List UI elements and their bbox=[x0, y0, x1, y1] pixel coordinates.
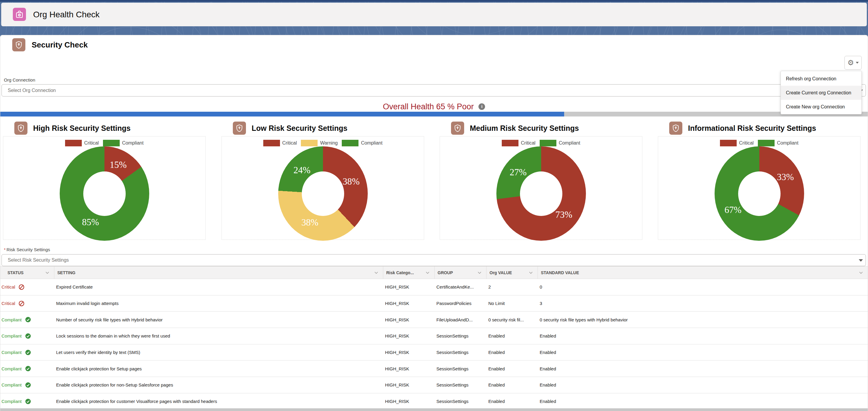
chart-legend: CriticalCompliant bbox=[658, 140, 860, 146]
menu-item[interactable]: Create Current org Connection bbox=[781, 86, 862, 100]
risk-panels: High Risk Security Settings CriticalComp… bbox=[0, 121, 868, 240]
column-label: STATUS bbox=[7, 270, 24, 275]
standard-value-cell: 0 security risk file types with Hybrid b… bbox=[537, 317, 868, 322]
check-icon bbox=[25, 399, 31, 405]
group-cell: SessionSettings bbox=[434, 350, 486, 355]
slice-label: 33% bbox=[777, 172, 794, 182]
slice-label: 73% bbox=[556, 209, 572, 220]
column-label: STANDARD VALUE bbox=[541, 270, 579, 275]
standard-value-cell: 0 bbox=[537, 284, 868, 289]
status-text: Critical bbox=[1, 301, 15, 306]
shield-icon bbox=[233, 122, 246, 135]
slice-label: 38% bbox=[343, 176, 360, 187]
menu-item[interactable]: Refresh org Connection bbox=[781, 72, 862, 86]
setting-cell: Enable clickjack protection for Setup pa… bbox=[54, 366, 383, 371]
select-arrow-icon bbox=[859, 259, 863, 262]
risk-settings-select[interactable]: Select Risk Security Settings bbox=[1, 254, 866, 266]
risk-panel: Medium Risk Security Settings CriticalCo… bbox=[440, 121, 642, 240]
shield-icon bbox=[14, 122, 27, 135]
org-value-cell: 0 security risk fil... bbox=[486, 317, 537, 322]
panel-title: High Risk Security Settings bbox=[33, 121, 130, 135]
chart-legend: CriticalWarningCompliant bbox=[222, 140, 424, 146]
donut: 15%85% bbox=[60, 146, 149, 241]
standard-value-cell: Enabled bbox=[537, 366, 868, 371]
risk-category-cell: HIGH_RISK bbox=[383, 350, 434, 355]
org-connection-select[interactable]: Select Org Connection bbox=[1, 84, 866, 96]
setting-cell: Enable clickjack protection for customer… bbox=[54, 399, 383, 404]
table-row[interactable]: Compliant Let users verify their identit… bbox=[0, 344, 868, 361]
donut: 38%38%24% bbox=[278, 146, 368, 241]
column-label: SETTING bbox=[57, 270, 75, 275]
slice-label: 38% bbox=[302, 217, 318, 228]
column-header[interactable]: Org VALUE bbox=[486, 266, 537, 279]
setting-cell: Number of security risk file types with … bbox=[54, 317, 383, 322]
legend-label: Critical bbox=[521, 140, 535, 146]
legend-swatch bbox=[502, 140, 519, 146]
setting-cell: Maximum invalid login attempts bbox=[54, 301, 383, 306]
column-label: Risk Catego... bbox=[386, 270, 414, 275]
group-cell: PasswordPolicies bbox=[434, 301, 486, 306]
standard-value-cell: Enabled bbox=[537, 399, 868, 404]
slice-label: 27% bbox=[510, 167, 527, 178]
donut-chart: CriticalCompliant 15%85% bbox=[3, 136, 206, 240]
group-cell: FileUploadAndD... bbox=[434, 317, 486, 322]
table-row[interactable]: Compliant Number of security risk file t… bbox=[0, 312, 868, 328]
chevron-down-icon bbox=[859, 271, 863, 274]
column-header[interactable]: STANDARD VALUE bbox=[537, 266, 868, 279]
legend-swatch bbox=[758, 140, 775, 146]
status-text: Compliant bbox=[1, 317, 22, 322]
settings-dropdown-menu: Refresh org ConnectionCreate Current org… bbox=[780, 71, 862, 114]
legend-item: Warning bbox=[301, 140, 338, 146]
section-title: Security Check bbox=[32, 35, 88, 54]
gear-icon: ⚙ bbox=[847, 59, 854, 66]
table-row[interactable]: Compliant Lock sessions to the domain in… bbox=[0, 328, 868, 344]
table-row[interactable]: Compliant Enable clickjack protection fo… bbox=[0, 393, 868, 410]
group-cell: CertificateAndKe... bbox=[434, 284, 486, 289]
org-value-cell: 2 bbox=[486, 284, 537, 289]
info-icon[interactable]: i bbox=[478, 104, 485, 110]
chevron-down-icon bbox=[856, 62, 859, 64]
legend-swatch bbox=[65, 140, 82, 146]
horizontal-scrollbar[interactable] bbox=[0, 408, 868, 411]
org-connection-placeholder: Select Org Connection bbox=[8, 88, 56, 93]
legend-label: Critical bbox=[84, 140, 99, 146]
legend-label: Compliant bbox=[122, 140, 144, 146]
legend-label: Compliant bbox=[361, 140, 382, 146]
status-text: Compliant bbox=[1, 350, 22, 355]
group-cell: SessionSettings bbox=[434, 382, 486, 387]
column-header[interactable]: STATUS bbox=[0, 266, 54, 279]
column-header[interactable]: SETTING bbox=[54, 266, 383, 279]
legend-item: Critical bbox=[502, 140, 535, 146]
table-row[interactable]: Critical Expired Certificate HIGH_RISK C… bbox=[0, 279, 868, 295]
table-body: Critical Expired Certificate HIGH_RISK C… bbox=[0, 279, 868, 411]
table-row[interactable]: Compliant Enable clickjack protection fo… bbox=[0, 377, 868, 393]
org-value-cell: Enabled bbox=[486, 382, 537, 387]
overall-health-text: Overall Health 65 % Poor bbox=[383, 102, 474, 111]
legend-swatch bbox=[301, 140, 318, 146]
legend-swatch bbox=[720, 140, 737, 146]
legend-item: Critical bbox=[720, 140, 754, 146]
chevron-down-icon bbox=[45, 271, 49, 274]
org-value-cell: Enabled bbox=[486, 350, 537, 355]
status-text: Compliant bbox=[1, 366, 22, 371]
org-value-cell: Enabled bbox=[486, 333, 537, 339]
table-row[interactable]: Critical Maximum invalid login attempts … bbox=[0, 295, 868, 312]
setting-cell: Expired Certificate bbox=[54, 284, 383, 289]
column-header[interactable]: Risk Catego... bbox=[383, 266, 434, 279]
chevron-down-icon bbox=[477, 271, 482, 274]
app-header: Org Health Check bbox=[1, 3, 867, 26]
org-value-cell: Enabled bbox=[486, 366, 537, 371]
column-header[interactable]: GROUP bbox=[434, 266, 486, 279]
slice-label: 85% bbox=[82, 217, 99, 228]
menu-item[interactable]: Create New org Connection bbox=[781, 100, 862, 114]
legend-item: Critical bbox=[263, 140, 297, 146]
panel-title: Medium Risk Security Settings bbox=[470, 121, 579, 135]
status-cell: Compliant bbox=[0, 365, 54, 372]
settings-menu-button[interactable]: ⚙ bbox=[844, 56, 862, 69]
table-header: STATUSSETTINGRisk Catego...GROUPOrg VALU… bbox=[0, 266, 868, 279]
risk-panel: High Risk Security Settings CriticalComp… bbox=[3, 121, 206, 240]
org-connection-label: Org Connection bbox=[4, 77, 35, 83]
status-text: Critical bbox=[1, 284, 15, 289]
top-strip bbox=[0, 0, 868, 2]
table-row[interactable]: Compliant Enable clickjack protection fo… bbox=[0, 360, 868, 377]
